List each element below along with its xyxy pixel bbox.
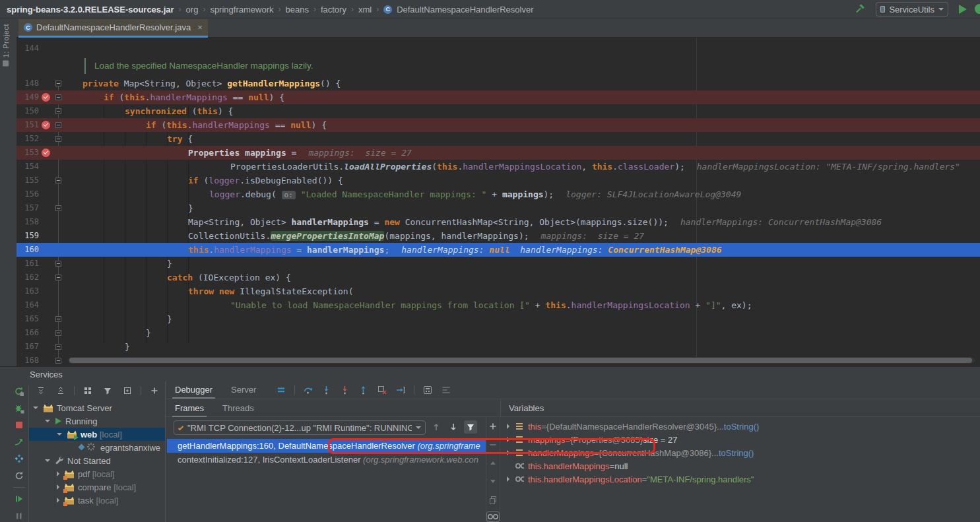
move-down-icon[interactable] bbox=[486, 474, 500, 488]
fold-marker-icon[interactable] bbox=[55, 94, 61, 100]
toolwindow-project-button[interactable]: 1: Project bbox=[2, 24, 10, 69]
tree-item-not-started[interactable]: Not Started bbox=[29, 454, 165, 467]
tree-item-running[interactable]: Running bbox=[29, 414, 165, 428]
expand-arrow-icon[interactable] bbox=[507, 450, 509, 455]
tree-item-pdf[interactable]: pdf [local] bbox=[29, 467, 165, 480]
chevron-down-icon[interactable] bbox=[45, 459, 50, 462]
copy-value-icon[interactable] bbox=[486, 493, 500, 506]
variable-row-this[interactable]: this = {DefaultNamespaceHandlerResolver@… bbox=[500, 420, 980, 433]
services-debug-panel: Tomcat ServerRunningweb [local]egrantsha… bbox=[0, 381, 980, 522]
force-step-into-icon[interactable] bbox=[339, 383, 352, 397]
breadcrumb-item[interactable]: factory bbox=[321, 5, 346, 15]
tab-defaultnamespacehandlerresolver[interactable]: C DefaultNamespaceHandlerResolver.java × bbox=[18, 19, 208, 36]
fold-marker-icon[interactable] bbox=[55, 275, 61, 280]
stop-icon[interactable] bbox=[13, 419, 26, 432]
fold-marker-icon[interactable] bbox=[55, 178, 61, 183]
run-to-cursor-icon[interactable] bbox=[394, 383, 407, 397]
variable-row-mappings[interactable]: mappings = {Properties@3085} size = 27 bbox=[500, 433, 980, 446]
tree-item-compare[interactable]: compare [local] bbox=[29, 480, 165, 494]
breadcrumb-item[interactable]: beans bbox=[285, 5, 308, 15]
add-watch-icon[interactable] bbox=[486, 420, 500, 433]
fold-marker-icon[interactable] bbox=[55, 261, 61, 267]
rerun-icon[interactable] bbox=[13, 385, 26, 398]
tree-item-task[interactable]: task [local] bbox=[29, 494, 165, 507]
restore-layout-icon[interactable] bbox=[440, 383, 453, 397]
step-out-icon[interactable] bbox=[357, 383, 370, 397]
code-line: 167} bbox=[16, 340, 980, 354]
fold-marker-icon[interactable] bbox=[55, 330, 61, 336]
hotswap-icon[interactable] bbox=[13, 453, 26, 465]
refresh-icon[interactable] bbox=[13, 470, 26, 482]
breadcrumb-item[interactable]: org bbox=[186, 5, 199, 15]
deploy-icon[interactable] bbox=[13, 436, 26, 449]
breadcrumb-item[interactable]: DefaultNamespaceHandlerResolver bbox=[397, 5, 533, 15]
thread-selector-dropdown[interactable]: "RMI TCP Connection(2)-12...up "RMI Runt… bbox=[174, 420, 426, 435]
variable-row-this-handlerMappingsLocation[interactable]: this.handlerMappingsLocation = "META-INF… bbox=[500, 473, 980, 486]
fold-marker-icon[interactable] bbox=[55, 136, 61, 142]
filter-icon[interactable] bbox=[101, 384, 114, 397]
chevron-right-icon[interactable] bbox=[57, 471, 59, 476]
variable-row-handlerMappings[interactable]: handlerMappings = {ConcurrentHashMap@308… bbox=[500, 446, 980, 459]
step-into-icon[interactable] bbox=[320, 383, 333, 397]
code-editor[interactable]: 144Load the specified NamespaceHandler m… bbox=[16, 38, 980, 366]
tree-item-web[interactable]: web [local] bbox=[29, 428, 165, 441]
show-watches-icon[interactable] bbox=[486, 511, 500, 522]
chevron-down-icon[interactable] bbox=[45, 420, 50, 422]
tree-item-egrantshanxiwe[interactable]: egrantshanxiwe bbox=[29, 441, 165, 454]
build-hammer-icon[interactable] bbox=[855, 3, 866, 16]
breadcrumb-item[interactable]: xml bbox=[358, 5, 372, 15]
breakpoint-icon[interactable] bbox=[42, 93, 50, 102]
move-up-icon[interactable] bbox=[486, 457, 500, 470]
fold-marker-icon[interactable] bbox=[55, 122, 61, 128]
drop-frame-icon[interactable] bbox=[376, 383, 389, 397]
chevron-right-icon[interactable] bbox=[57, 484, 59, 490]
expand-arrow-icon[interactable] bbox=[507, 424, 509, 429]
tostring-link[interactable]: toString() bbox=[724, 422, 759, 432]
run-button[interactable] bbox=[959, 5, 967, 14]
breadcrumb-item[interactable]: spring-beans-3.2.0.RELEASE-sources.jar bbox=[7, 5, 174, 15]
fold-marker-icon[interactable] bbox=[55, 344, 61, 350]
add-service-frame-icon[interactable] bbox=[121, 384, 134, 397]
variable-row-this-handlerMappings[interactable]: this.handlerMappings = null bbox=[500, 459, 980, 473]
tab-frames[interactable]: Frames bbox=[166, 399, 213, 417]
run-configuration-select[interactable]: ServiceUtils bbox=[876, 2, 948, 16]
expand-arrow-icon[interactable] bbox=[507, 476, 509, 482]
tab-debugger[interactable]: Debugger bbox=[166, 381, 222, 399]
expand-all-icon[interactable] bbox=[34, 384, 48, 397]
hide-library-frames-icon[interactable] bbox=[464, 420, 477, 434]
tab-threads[interactable]: Threads bbox=[213, 399, 263, 417]
tab-server[interactable]: Server bbox=[222, 381, 265, 399]
group-by-icon[interactable] bbox=[81, 384, 94, 397]
stack-frame[interactable]: getHandlerMappings:160, DefaultNamespace… bbox=[167, 439, 486, 453]
previous-frame-icon[interactable] bbox=[430, 420, 443, 434]
close-icon[interactable]: × bbox=[197, 22, 203, 32]
fold-marker-icon[interactable] bbox=[55, 108, 61, 114]
tree-item-tomcat-server[interactable]: Tomcat Server bbox=[29, 401, 165, 414]
breadcrumb-item[interactable]: springframework bbox=[210, 5, 273, 15]
collapse-all-icon[interactable] bbox=[54, 384, 67, 397]
resume-icon[interactable] bbox=[13, 493, 26, 506]
remove-watch-icon[interactable] bbox=[486, 438, 500, 451]
next-frame-icon[interactable] bbox=[447, 420, 460, 434]
tostring-link[interactable]: toString() bbox=[719, 448, 754, 458]
rerun-debug-icon[interactable] bbox=[13, 403, 26, 415]
breakpoint-icon[interactable] bbox=[42, 121, 50, 129]
step-over-icon[interactable] bbox=[302, 383, 315, 397]
debug-button[interactable] bbox=[975, 4, 980, 14]
chevron-right-icon[interactable] bbox=[57, 498, 59, 503]
fold-marker-icon[interactable] bbox=[55, 316, 61, 322]
evaluate-expression-icon[interactable] bbox=[421, 383, 434, 397]
editor-horizontal-scrollbar[interactable] bbox=[68, 357, 975, 364]
fold-marker-icon[interactable] bbox=[55, 205, 61, 211]
pause-icon[interactable] bbox=[13, 510, 26, 522]
breakpoint-icon[interactable] bbox=[42, 148, 50, 157]
scrollbar-thumb[interactable] bbox=[69, 358, 972, 363]
chevron-down-icon[interactable] bbox=[33, 407, 38, 409]
show-execution-point-icon[interactable] bbox=[275, 383, 288, 397]
add-icon[interactable] bbox=[148, 384, 161, 397]
fold-marker-icon[interactable] bbox=[55, 358, 61, 364]
fold-marker-icon[interactable] bbox=[55, 81, 61, 86]
expand-arrow-icon[interactable] bbox=[507, 437, 509, 442]
stack-frame[interactable]: contextInitialized:127, IrisContextLoade… bbox=[167, 453, 486, 467]
chevron-down-icon[interactable] bbox=[57, 433, 62, 436]
